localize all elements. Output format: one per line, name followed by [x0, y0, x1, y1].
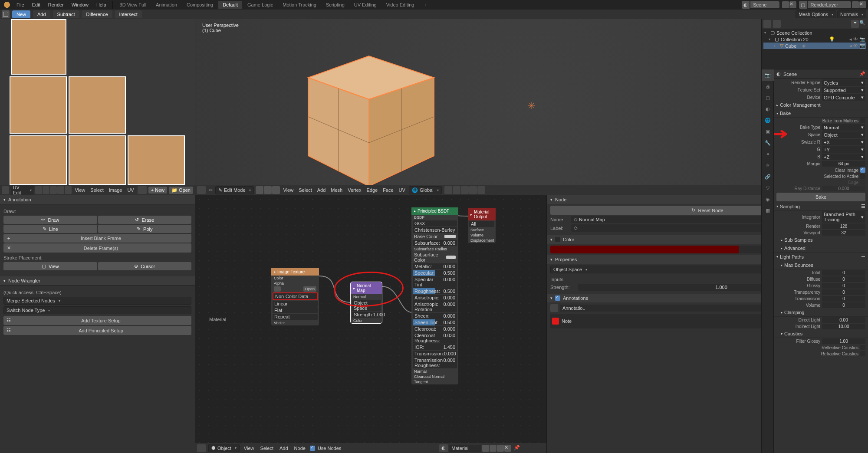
erase-button[interactable]: ↺Erase	[98, 216, 192, 224]
restrict-view-icon[interactable]: 👁	[853, 36, 858, 42]
node-wrangler-header[interactable]: Node Wrangler	[0, 276, 195, 286]
delete-frames-button[interactable]: ✕Delete Frame(s)	[3, 243, 191, 253]
layer-close-icon[interactable]: ✕	[859, 1, 866, 8]
workspace-tab[interactable]: Game Logic	[243, 1, 277, 9]
line-button[interactable]: ✎Line	[3, 225, 97, 233]
extension-dropdown[interactable]: Repeat	[273, 314, 318, 320]
clearcoat-field[interactable]: Clearcoat:0.000	[413, 326, 457, 332]
menu-file[interactable]: File	[13, 1, 28, 9]
socket-tangent[interactable]: Tangent	[411, 379, 458, 384]
prop-tab-modifier[interactable]: 🔧	[762, 137, 774, 148]
filter-icon[interactable]: ⏷	[851, 20, 859, 28]
workspace-tab[interactable]: Scripting	[322, 1, 349, 9]
insert-blank-frame-button[interactable]: +Insert Blank Frame	[3, 234, 191, 243]
aniso-field[interactable]: Anisotropic:0.000	[413, 295, 457, 301]
preset-icon[interactable]: ☰	[861, 254, 865, 259]
workspace-tab[interactable]: 3D View Full	[115, 1, 151, 9]
pin-icon[interactable]: 📌	[859, 71, 865, 77]
engine-dropdown[interactable]: Cycles▾	[822, 79, 865, 86]
stroke-view-button[interactable]: ▢View	[3, 262, 97, 270]
prop-tab-render[interactable]: 📷	[762, 69, 774, 81]
annotations-checkbox[interactable]	[555, 295, 560, 301]
add-button[interactable]: Add	[33, 10, 50, 18]
aniso-rot-field[interactable]: Anisotropic Rotation:0.000	[413, 301, 457, 312]
volume-field[interactable]: 0	[822, 302, 865, 308]
prop-tab-viewlayer[interactable]: ▢	[762, 92, 774, 103]
swizzle-g-dropdown[interactable]: +Y▾	[822, 146, 865, 153]
workspace-tab[interactable]: UV Editing	[350, 1, 381, 9]
light-paths-section[interactable]: Light Paths☰	[774, 253, 868, 261]
workspace-tab[interactable]: Motion Tracking	[278, 1, 321, 9]
layer-browse-icon[interactable]	[852, 1, 859, 8]
workspace-tab[interactable]: Compositing	[182, 1, 217, 9]
outliner-scene-collection[interactable]: ▾▢Scene Collection	[763, 30, 866, 36]
outliner-type-icon[interactable]	[763, 20, 771, 28]
uv-image-browse-icon[interactable]	[138, 186, 147, 194]
specular-field[interactable]: Specular:0.500	[413, 270, 457, 276]
uv-viewport[interactable]	[0, 19, 195, 185]
socket-bsdf[interactable]: BSDF	[411, 215, 458, 220]
roughness-field[interactable]: Roughness:0.500	[413, 288, 457, 294]
node-menu-view[interactable]: View	[242, 446, 256, 451]
use-nodes-checkbox[interactable]	[310, 446, 315, 451]
projection-dropdown[interactable]: Flat	[273, 307, 318, 313]
distribution-dropdown[interactable]: GGX	[413, 220, 457, 226]
margin-field[interactable]: 64 px	[822, 161, 865, 167]
socket-displacement[interactable]: Displacement	[468, 238, 496, 243]
object-mode-dropdown[interactable]: ⬢Object	[208, 444, 240, 452]
editor-type-icon[interactable]	[197, 186, 206, 194]
metallic-field[interactable]: Metallic:0.000	[413, 263, 457, 269]
socket-cc-normal[interactable]: Clearcoat Normal	[411, 374, 458, 379]
image-browse-icon[interactable]	[274, 286, 281, 292]
socket-vector[interactable]: Vector	[271, 320, 319, 325]
snap-icon[interactable]	[453, 186, 460, 194]
uv-sel-mode3-icon[interactable]	[57, 186, 64, 194]
transparency-field[interactable]: 0	[822, 289, 865, 295]
space-dropdown[interactable]: Object▾	[822, 131, 865, 138]
refr-caustics-checkbox[interactable]	[860, 351, 865, 356]
indirect-light-field[interactable]: 10.00	[822, 324, 865, 329]
uv-sel-sync-icon[interactable]	[35, 186, 42, 194]
restrict-sel-icon[interactable]: ◂	[849, 43, 852, 49]
prop-tab-texture[interactable]: ▦	[762, 205, 774, 216]
close-mat-icon[interactable]: ✕	[504, 445, 511, 452]
menu-edit[interactable]: Edit	[29, 1, 44, 9]
snap-type-icon[interactable]	[461, 186, 469, 194]
restrict-render-icon[interactable]: 📷	[859, 36, 865, 42]
swizzle-r-dropdown[interactable]: +X▾	[822, 139, 865, 145]
glossy-field[interactable]: 0	[822, 283, 865, 289]
mesh-select-vert-icon[interactable]	[256, 186, 263, 194]
diffuse-field[interactable]: 0	[822, 276, 865, 282]
restrict-view-icon[interactable]: 👁	[853, 43, 858, 49]
menu-render[interactable]: Render	[45, 1, 67, 9]
node-editor[interactable]: Material Image Texture Color Alpha Open …	[195, 195, 547, 453]
pin-icon[interactable]	[482, 445, 489, 452]
mesh-select-edge-icon[interactable]	[264, 186, 272, 194]
renderlayer-icon[interactable]: ▢	[799, 1, 807, 9]
uv-menu-image[interactable]: Image	[107, 187, 124, 193]
uv-open-button[interactable]: 📁Open	[169, 187, 193, 194]
annotation-panel-header[interactable]: Annotation	[0, 195, 195, 204]
node-material-output[interactable]: Material Output All Surface Volume Displ…	[468, 208, 496, 243]
socket-volume[interactable]: Volume	[468, 233, 496, 238]
poly-button[interactable]: ✎Poly	[98, 225, 192, 233]
target-dropdown[interactable]: All	[469, 221, 494, 227]
prop-tab-world[interactable]: 🌐	[762, 115, 774, 126]
node-menu-add[interactable]: Add	[278, 446, 290, 451]
annot-pencil-icon[interactable]	[550, 304, 558, 312]
uv-sel-mode-icon[interactable]	[43, 186, 49, 194]
add-workspace-button[interactable]: +	[419, 1, 431, 9]
max-bounces-section[interactable]: Max Bounces	[774, 261, 868, 269]
ior-field[interactable]: IOR:1.450	[413, 344, 457, 350]
view3d-menu-edge[interactable]: Edge	[365, 187, 379, 193]
prop-tab-mesh[interactable]: ▽	[762, 182, 774, 194]
mesh-options-dropdown[interactable]: Mesh Options	[796, 10, 836, 18]
intersect-button[interactable]: Intersect	[115, 10, 142, 18]
interp-dropdown[interactable]: Linear	[273, 301, 318, 307]
node-principled-bsdf[interactable]: Principled BSDF BSDF GGX Christensen-Bur…	[411, 207, 458, 384]
add-principled-setup-button[interactable]: ☷Add Principled Setup	[3, 326, 191, 335]
scene-icon[interactable]: ◐	[742, 1, 750, 9]
orientation-dropdown[interactable]: 🌐Global	[409, 186, 442, 194]
socket-base-color[interactable]: Base Color	[411, 233, 458, 240]
uv-sel-mode4-icon[interactable]	[65, 186, 72, 194]
